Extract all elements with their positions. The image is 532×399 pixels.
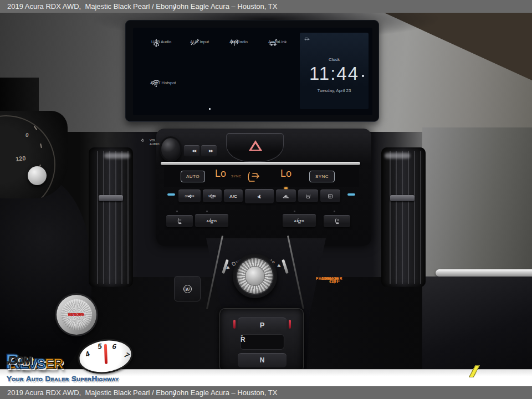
front-defrost-button [298,190,318,202]
hvac-button-row: ON/OFF MODE A/C ▼ ▲ [164,188,359,206]
volume-label: VOL AUDIO [141,139,158,142]
door-trim-strip [436,269,532,277]
knob-center-cap [245,266,265,286]
seek-next-icon: ▶▶ [209,146,213,156]
air-vent-left [89,147,133,287]
top-caption-bar: 2019 Acura RDX AWD, Majestic Black Pearl… [0,0,532,13]
climate-display: AUTO Lo SYNC Lo SYNC [164,167,359,187]
sync-button: SYNC [309,171,335,182]
air-vent-right [381,147,426,287]
reverse-pull-icon: ▼ [241,335,243,337]
heated-seat-icon [334,218,341,225]
red-accent-right [289,320,291,329]
front-defrost-icon [305,193,311,200]
fan-up-icon: ▲ [258,195,261,198]
vent-slats [92,151,130,284]
app-label: USB Audio [151,39,171,44]
seek-previous-button: ◀◀ [184,145,200,156]
vehicle-title: 2019 Acura RDX AWD, Majestic Black Pearl… [7,0,176,13]
speedometer-tick-label: 120 [15,155,26,162]
steering-stalk-knob [28,166,47,185]
rear-defrost-icon [327,193,334,200]
blue-accent-left [167,193,175,196]
vehicle-title: 2019 Acura RDX AWD, Majestic Black Pearl… [7,386,176,399]
fan-speed-button: ▼ ▲ [245,189,274,203]
passenger-door-panel [422,127,532,276]
gear-reverse-button: R ▼ [240,334,284,350]
app-label: AcuraLink [268,39,287,44]
engine-start-stop-button: ENGINE START STOP [57,295,96,335]
recirculation-button [276,190,296,202]
volume-knob [160,136,182,162]
speedometer-arc [0,115,55,198]
vent-slats [385,151,422,284]
chrome-trim-strip [161,162,360,165]
driver-seat-auto-button: AUTO [195,214,228,227]
climate-auto-button: AUTO [181,171,205,182]
vent-adjuster [99,195,123,201]
car-status-icon [304,35,310,41]
vent-adjuster [390,195,415,201]
airflow-mode-icon [245,171,264,184]
dealer-photo-page: 0 120 [0,0,532,399]
seek-next-button: ▶▶ [201,145,217,156]
passenger-seat-auto-button: AUTO [283,214,316,227]
clock-date: Tuesday, April 23 [300,88,369,93]
idle-stop-off-label: OFF [183,287,191,291]
passenger-seat-heat-button [324,215,350,227]
dealer-name: John Eagle Acura – Houston, TX [173,386,277,399]
power-icon [141,139,145,142]
onoff-label: ON/OFF [185,195,195,198]
clock-time: 11:44 [300,63,369,84]
airbag-icon [329,278,337,284]
gear-park-button: P [238,318,287,332]
page-indicator-dot [362,75,364,77]
ac-button: A/C [224,190,243,202]
hazard-button [226,133,284,162]
passenger-seat [422,277,532,370]
blue-accent-right [347,193,355,196]
driver-temp-readout: Lo [211,168,231,180]
mode-button: MODE [203,190,222,202]
dealer-name: John Eagle Acura – Houston, TX [173,0,277,13]
red-accent-left [233,320,236,329]
app-label: AM Radio [229,39,248,44]
app-label: AT&T Hotspot [150,80,176,85]
recirculation-icon [282,193,290,200]
rear-defrost-button [320,190,340,202]
bottom-caption-bar: 2019 Acura RDX AWD, Majestic Black Pearl… [0,386,532,399]
recirc-indicator-led [284,187,288,189]
vent-mode-icon [209,194,216,199]
gear-selector-panel: P R ▼ N [219,308,304,372]
auto-idle-stop-button: A OFF [174,276,201,301]
clock-widget: Clock 11:44 Tuesday, April 23 [300,33,369,109]
clock-title: Clock [300,57,369,62]
watermark-tagline: Your Auto Dealer SuperHighway [7,375,119,383]
seat-heat-row: AUTO AUTO [164,209,359,229]
infotainment-display: USB Audio AUX Input AM Radio [125,20,379,122]
climate-power-button: ON/OFF [178,190,201,202]
passenger-temp-readout: Lo [276,168,296,180]
seat-icon [296,218,303,224]
driver-seat-heat-button [166,215,193,227]
sync-indicator: SYNC [231,175,242,178]
heated-seat-icon [176,218,183,225]
seat-icon [208,218,215,224]
instrument-cluster: 0 120 [0,111,68,198]
hazard-triangle-icon [249,140,262,151]
app-label: AUX Input [190,39,209,44]
gauge-needle [104,344,108,364]
seek-prev-icon: ◀◀ [192,146,196,156]
gear-neutral-button: N [238,353,287,367]
